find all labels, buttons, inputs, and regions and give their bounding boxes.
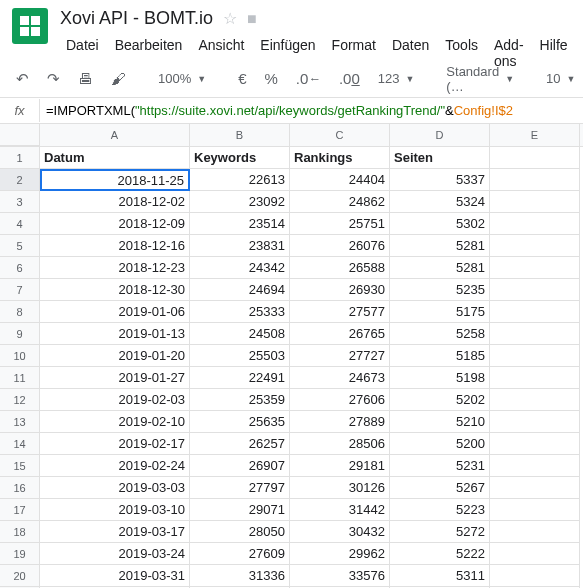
col-header-d[interactable]: D	[390, 124, 490, 146]
paint-format-icon[interactable]: 🖌	[105, 66, 132, 91]
cell-keywords[interactable]: 26907	[190, 455, 290, 477]
cell-rankings[interactable]: 30432	[290, 521, 390, 543]
row-number[interactable]: 4	[0, 213, 40, 235]
cell-pages[interactable]: 5198	[390, 367, 490, 389]
row-number[interactable]: 18	[0, 521, 40, 543]
row-number[interactable]: 15	[0, 455, 40, 477]
cell-header-seiten[interactable]: Seiten	[390, 147, 490, 169]
cell-pages[interactable]: 5223	[390, 499, 490, 521]
cell-pages[interactable]: 5324	[390, 191, 490, 213]
row-number[interactable]: 9	[0, 323, 40, 345]
doc-title[interactable]: Xovi API - BOMT.io	[60, 8, 213, 29]
cell[interactable]	[490, 301, 580, 323]
decrease-decimal-button[interactable]: .0←	[290, 66, 327, 91]
cell-keywords[interactable]: 31336	[190, 565, 290, 587]
cell-rankings[interactable]: 26588	[290, 257, 390, 279]
cell-keywords[interactable]: 23514	[190, 213, 290, 235]
cell-rankings[interactable]: 30126	[290, 477, 390, 499]
cell[interactable]	[490, 455, 580, 477]
cell-date[interactable]: 2019-03-10	[40, 499, 190, 521]
cell-keywords[interactable]: 24508	[190, 323, 290, 345]
cell-keywords[interactable]: 28050	[190, 521, 290, 543]
cell-keywords[interactable]: 25503	[190, 345, 290, 367]
cell-date[interactable]: 2019-03-03	[40, 477, 190, 499]
cell-pages[interactable]: 5302	[390, 213, 490, 235]
row-number[interactable]: 20	[0, 565, 40, 587]
cell[interactable]	[490, 191, 580, 213]
row-number[interactable]: 12	[0, 389, 40, 411]
cell[interactable]	[490, 521, 580, 543]
more-formats-dropdown[interactable]: 123▼	[372, 67, 421, 90]
row-number[interactable]: 13	[0, 411, 40, 433]
cell[interactable]	[490, 389, 580, 411]
cell-pages[interactable]: 5267	[390, 477, 490, 499]
cell-header-keywords[interactable]: Keywords	[190, 147, 290, 169]
zoom-dropdown[interactable]: 100%▼	[152, 67, 212, 90]
cell-pages[interactable]: 5311	[390, 565, 490, 587]
row-number[interactable]: 2	[0, 169, 40, 191]
cell-rankings[interactable]: 33576	[290, 565, 390, 587]
cell-keywords[interactable]: 24694	[190, 279, 290, 301]
col-header-e[interactable]: E	[490, 124, 580, 146]
cell-rankings[interactable]: 24862	[290, 191, 390, 213]
cell-date[interactable]: 2018-12-23	[40, 257, 190, 279]
cell-date[interactable]: 2018-12-09	[40, 213, 190, 235]
cell-rankings[interactable]: 24404	[290, 169, 390, 191]
cell[interactable]	[490, 257, 580, 279]
cell[interactable]	[490, 213, 580, 235]
cell-pages[interactable]: 5202	[390, 389, 490, 411]
cell-pages[interactable]: 5272	[390, 521, 490, 543]
cell[interactable]	[490, 477, 580, 499]
cell[interactable]	[490, 323, 580, 345]
cell-date[interactable]: 2019-03-24	[40, 543, 190, 565]
cell-date[interactable]: 2019-01-13	[40, 323, 190, 345]
cell-keywords[interactable]: 26257	[190, 433, 290, 455]
cell-pages[interactable]: 5281	[390, 257, 490, 279]
row-number[interactable]: 3	[0, 191, 40, 213]
row-number[interactable]: 6	[0, 257, 40, 279]
cell-date[interactable]: 2019-03-17	[40, 521, 190, 543]
row-number[interactable]: 1	[0, 147, 40, 169]
cell-rankings[interactable]: 27727	[290, 345, 390, 367]
increase-decimal-button[interactable]: .00	[333, 66, 366, 91]
sheets-logo[interactable]	[12, 8, 48, 44]
redo-icon[interactable]: ↷	[41, 66, 66, 92]
cell[interactable]	[490, 411, 580, 433]
cell-date[interactable]: 2019-02-24	[40, 455, 190, 477]
cell-date[interactable]: 2018-11-25	[40, 169, 190, 191]
cell-pages[interactable]: 5235	[390, 279, 490, 301]
percent-button[interactable]: %	[259, 66, 284, 91]
cell-keywords[interactable]: 25635	[190, 411, 290, 433]
row-number[interactable]: 14	[0, 433, 40, 455]
cell-pages[interactable]: 5210	[390, 411, 490, 433]
currency-button[interactable]: €	[232, 66, 252, 91]
row-number[interactable]: 10	[0, 345, 40, 367]
cell-pages[interactable]: 5258	[390, 323, 490, 345]
cell[interactable]	[490, 147, 580, 169]
cell[interactable]	[490, 367, 580, 389]
cell[interactable]	[490, 499, 580, 521]
formula-input[interactable]: =IMPORTXML("https://suite.xovi.net/api/k…	[40, 99, 519, 122]
folder-icon[interactable]: ■	[247, 10, 257, 28]
cell-rankings[interactable]: 26765	[290, 323, 390, 345]
cell-rankings[interactable]: 26076	[290, 235, 390, 257]
cell[interactable]	[490, 565, 580, 587]
cell-date[interactable]: 2018-12-16	[40, 235, 190, 257]
cell-rankings[interactable]: 28506	[290, 433, 390, 455]
cell-keywords[interactable]: 22613	[190, 169, 290, 191]
cell[interactable]	[490, 543, 580, 565]
col-header-b[interactable]: B	[190, 124, 290, 146]
cell-rankings[interactable]: 29181	[290, 455, 390, 477]
font-dropdown[interactable]: Standard (…▼	[440, 60, 520, 98]
cell[interactable]	[490, 433, 580, 455]
cell-rankings[interactable]: 27889	[290, 411, 390, 433]
cell-rankings[interactable]: 29962	[290, 543, 390, 565]
col-header-c[interactable]: C	[290, 124, 390, 146]
cell[interactable]	[490, 169, 580, 191]
row-number[interactable]: 19	[0, 543, 40, 565]
cell-date[interactable]: 2018-12-30	[40, 279, 190, 301]
select-all[interactable]	[0, 124, 40, 146]
cell-keywords[interactable]: 27797	[190, 477, 290, 499]
row-number[interactable]: 17	[0, 499, 40, 521]
cell-pages[interactable]: 5281	[390, 235, 490, 257]
